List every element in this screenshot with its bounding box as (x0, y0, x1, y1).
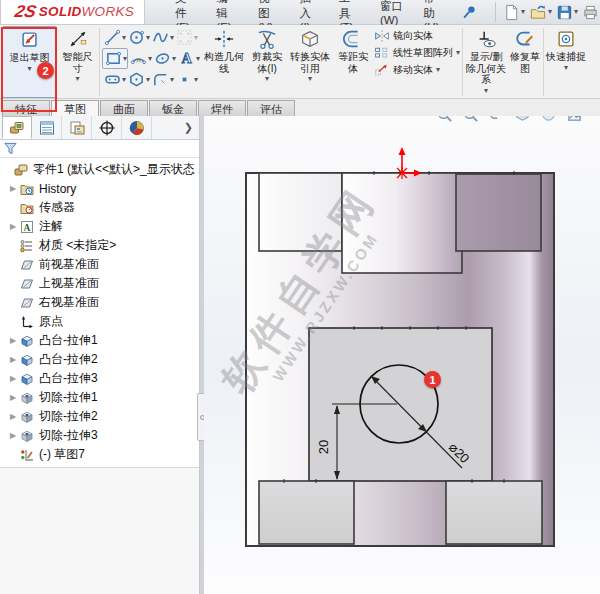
tree-item-3[interactable]: 材质 <未指定> (0, 236, 199, 255)
exit-sketch-dropdown[interactable]: ▾ (27, 65, 31, 73)
tool-dropdown[interactable]: ▾ (194, 76, 198, 84)
manager-tabs-expand-icon[interactable]: ❯ (184, 121, 193, 134)
move-entities-icon (374, 63, 390, 77)
spline-tool-button[interactable]: ▾ (150, 28, 174, 47)
expand-arrow-icon[interactable]: ▶ (6, 374, 20, 383)
ribbon-tab[interactable]: 焊件 (198, 100, 246, 116)
tree-item-9[interactable]: ▶凸台-拉伸2 (0, 350, 199, 369)
mirror-entities-button[interactable]: 镜向实体 (374, 29, 460, 43)
expand-arrow-icon[interactable]: ▶ (6, 222, 20, 231)
linear-pattern-button[interactable]: 线性草图阵列 ▾ (374, 46, 460, 60)
menu-item[interactable]: 窗口(W) (378, 0, 405, 28)
property-manager-icon[interactable] (32, 116, 62, 139)
fillet-tool-button[interactable]: ▾ (150, 70, 174, 89)
construction-geometry-button[interactable]: 构造几何线 (201, 26, 247, 98)
expand-arrow-icon[interactable]: ▶ (6, 412, 20, 421)
model-top-center-boss[interactable] (342, 173, 462, 273)
expand-arrow-icon[interactable]: ▶ (6, 355, 20, 364)
ribbon-tab[interactable]: 评估 (247, 100, 295, 116)
trim-entities-dropdown[interactable]: ▾ (265, 75, 269, 83)
configuration-manager-icon[interactable] (62, 116, 92, 139)
offset-entities-button[interactable]: 等距实体 (333, 26, 373, 98)
save-icon[interactable]: ▾ (555, 3, 579, 22)
expand-arrow-icon[interactable]: ▶ (6, 393, 20, 402)
tree-item-13[interactable]: ▶切除-拉伸3 (0, 426, 199, 445)
ribbon-separator (543, 28, 544, 96)
convert-entities-button[interactable]: 转换实体引用 ▾ (287, 26, 333, 98)
tool-dropdown[interactable]: ▾ (123, 55, 127, 63)
ribbon-tab[interactable]: 钣金 (149, 100, 197, 116)
ribbon-tab[interactable]: 草图 (51, 100, 99, 116)
quick-snaps-dropdown[interactable]: ▾ (564, 64, 568, 72)
mirror-entities-icon (374, 29, 390, 43)
model-main-body[interactable] (246, 171, 554, 546)
circle-tool-button[interactable]: ▾ (126, 28, 150, 47)
tree-item-2[interactable]: ▶A注解 (0, 217, 199, 236)
tree-item-4[interactable]: 前视基准面 (0, 255, 199, 274)
expand-arrow-icon[interactable]: ▶ (6, 336, 20, 345)
ribbon-tab[interactable]: 曲面 (100, 100, 148, 116)
quick-snaps-button[interactable]: 快速捕捉 ▾ (545, 26, 587, 98)
display-delete-relations-button[interactable]: 显示/删除几何关系 ▾ (464, 26, 508, 98)
repair-sketch-button[interactable]: 修复草图 (508, 26, 542, 98)
linear-pattern-dropdown[interactable]: ▾ (456, 49, 460, 57)
pin-icon[interactable] (461, 4, 477, 20)
tree-item-0[interactable]: ▶History (0, 179, 199, 198)
arc-tool-button[interactable]: ▾ (128, 48, 152, 69)
polygon-tool-button[interactable]: ▾ (126, 70, 150, 89)
smart-dimension-icon (67, 28, 89, 50)
model-top-left-notch[interactable] (259, 173, 342, 251)
tree-item-12[interactable]: ▶切除-拉伸2 (0, 407, 199, 426)
print-icon[interactable] (581, 3, 600, 22)
sketch-pattern-button[interactable]: ▾ (174, 28, 198, 47)
model-bottom-left-foot[interactable] (259, 481, 354, 544)
text-tool-button[interactable]: A▾ (176, 48, 200, 69)
trim-entities-button[interactable]: 剪裁实体(I) ▾ (247, 26, 287, 98)
sketch-tools-row: ▾▾▾▾ (102, 70, 200, 89)
solidworks-window: 2S SOLIDWORKS 文件(F)编辑(E)视图(V)插入(I)工具(T)窗… (0, 0, 600, 594)
tree-item-7[interactable]: 原点 (0, 312, 199, 331)
graphics-viewport[interactable]: ⌀20 20 (204, 116, 600, 594)
move-entities-button[interactable]: 移动实体 ▾ (374, 63, 460, 77)
model-top-right-block[interactable] (456, 174, 541, 251)
smart-dimension-dropdown[interactable]: ▾ (75, 75, 79, 83)
ribbon-tab[interactable]: 特征 (2, 100, 50, 116)
tree-item-11[interactable]: ▶切除-拉伸1 (0, 388, 199, 407)
ribbon-separator (99, 28, 100, 96)
model-bottom-right-foot[interactable] (446, 481, 542, 544)
display-manager-icon[interactable] (122, 116, 152, 139)
model-canvas[interactable]: ⌀20 20 (204, 116, 599, 594)
tree-item-label: 注解 (39, 218, 63, 235)
expand-arrow-icon[interactable]: ▶ (6, 431, 20, 440)
feature-tree: 零件1 (默认<<默认>_显示状态 1>)▶History传感器▶A注解材质 <… (0, 158, 199, 464)
tree-item-6[interactable]: 右视基准面 (0, 293, 199, 312)
display-relations-dropdown[interactable]: ▾ (484, 87, 488, 95)
tree-item-1[interactable]: 传感器 (0, 198, 199, 217)
tool-dropdown[interactable]: ▾ (194, 34, 198, 42)
sensors-folder-icon (20, 201, 36, 215)
tree-item-root[interactable]: 零件1 (默认<<默认>_显示状态 1>) (0, 160, 199, 179)
feature-manager-icon[interactable] (2, 116, 32, 139)
tree-item-5[interactable]: 上视基准面 (0, 274, 199, 293)
tree-filter-bar[interactable] (0, 140, 199, 158)
move-entities-dropdown[interactable]: ▾ (436, 66, 440, 74)
filter-funnel-icon (4, 142, 17, 155)
smart-dimension-button[interactable]: 智能尺寸 ▾ (57, 26, 98, 98)
new-document-icon[interactable]: ▾ (502, 3, 526, 22)
open-icon[interactable]: ▾ (528, 3, 553, 22)
tool-dropdown[interactable]: ▾ (196, 55, 200, 63)
tree-item-14[interactable]: (-) 草图7 (0, 445, 199, 464)
point-tool-button[interactable]: ▾ (174, 70, 198, 89)
sketch-tools-row: ▾▾▾▾ (102, 28, 200, 47)
line-tool-button[interactable]: ▾ (102, 28, 126, 47)
dimxpert-manager-icon[interactable] (92, 116, 122, 139)
slot-tool-button[interactable]: ▾ (102, 70, 126, 89)
rectangle-tool-button[interactable]: ▾ (102, 48, 128, 69)
vertical-dimension-text[interactable]: 20 (316, 440, 331, 454)
ellipse-tool-button[interactable]: ▾ (152, 48, 176, 69)
convert-entities-dropdown[interactable]: ▾ (308, 75, 312, 83)
ribbon-separator (462, 28, 463, 96)
tree-item-10[interactable]: ▶凸台-拉伸3 (0, 369, 199, 388)
expand-arrow-icon[interactable]: ▶ (6, 184, 20, 193)
tree-item-8[interactable]: ▶凸台-拉伸1 (0, 331, 199, 350)
